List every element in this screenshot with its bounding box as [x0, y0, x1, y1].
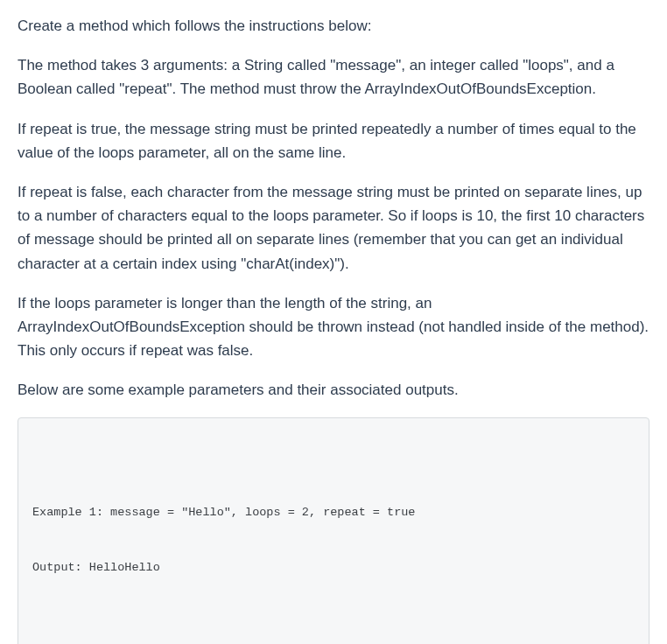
instruction-exception: If the loops parameter is longer than th…	[18, 291, 649, 363]
instruction-repeat-false: If repeat is false, each character from …	[18, 180, 649, 276]
example-1-output: Output: HelloHello	[32, 559, 635, 578]
examples-caption: Below are some example parameters and th…	[18, 378, 649, 402]
instruction-intro: Create a method which follows the instru…	[18, 14, 649, 38]
instruction-args: The method takes 3 arguments: a String c…	[18, 53, 649, 101]
document-page: Create a method which follows the instru…	[0, 0, 667, 644]
instruction-repeat-true: If repeat is true, the message string mu…	[18, 117, 649, 164]
examples-code-block: Example 1: message = "Hello", loops = 2,…	[18, 417, 649, 644]
example-1: Example 1: message = "Hello", loops = 2,…	[32, 467, 635, 613]
example-1-params: Example 1: message = "Hello", loops = 2,…	[32, 504, 635, 522]
